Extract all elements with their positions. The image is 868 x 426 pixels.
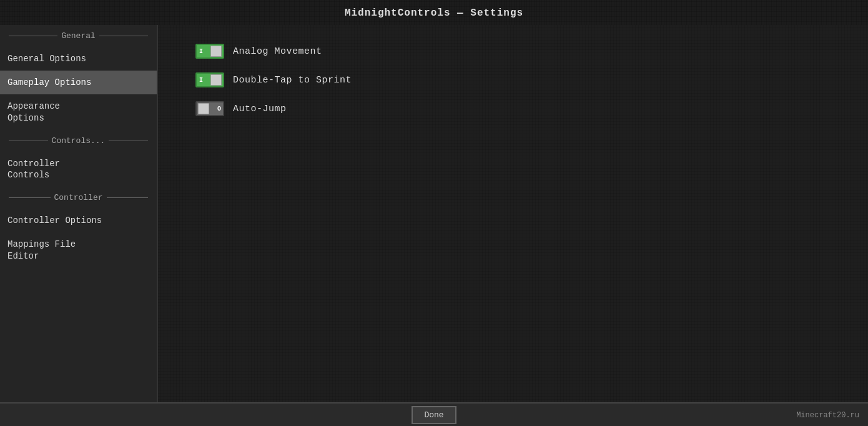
title-bar: MidnightControls — Settings <box>0 0 868 25</box>
sidebar-item-general-options[interactable]: General Options <box>0 47 157 71</box>
toggle-knob-auto-jump <box>198 103 209 114</box>
main-panel: I Analog Movement I Double-Tap to Sprint… <box>158 25 868 402</box>
sidebar-section-general: General <box>0 25 157 47</box>
toggle-label-double-tap-sprint: Double-Tap to Sprint <box>233 75 352 86</box>
toggle-row-double-tap-sprint: I Double-Tap to Sprint <box>195 72 831 87</box>
bottom-bar: Done <box>0 402 868 426</box>
toggle-row-auto-jump: O Auto-Jump <box>195 101 831 116</box>
watermark: Minecraft20.ru <box>796 411 859 420</box>
toggle-knob-analog-movement <box>210 46 222 57</box>
content-area: General General Options Gameplay Options… <box>0 25 868 402</box>
sidebar-item-appearance-options[interactable]: Appearance Options <box>0 94 157 129</box>
toggle-auto-jump[interactable]: O <box>195 101 224 116</box>
sidebar-section-controls: Controls... <box>0 130 157 152</box>
sidebar: General General Options Gameplay Options… <box>0 25 158 402</box>
toggle-on-indicator: I <box>199 48 203 55</box>
sidebar-item-controller-options[interactable]: Controller Options <box>0 209 157 232</box>
sidebar-section-controller: Controller <box>0 187 157 209</box>
toggle-analog-movement[interactable]: I <box>195 44 224 59</box>
window-title: MidnightControls — Settings <box>345 7 523 19</box>
sidebar-item-controller-controls[interactable]: Controller Controls <box>0 152 157 187</box>
toggle-label-auto-jump: Auto-Jump <box>233 104 287 114</box>
toggle-double-tap-sprint[interactable]: I <box>195 72 224 87</box>
done-button[interactable]: Done <box>412 406 456 424</box>
sidebar-item-gameplay-options[interactable]: Gameplay Options <box>0 71 157 94</box>
toggle-on-indicator-2: I <box>199 77 203 84</box>
toggle-label-analog-movement: Analog Movement <box>233 46 322 57</box>
sidebar-item-mappings-file-editor[interactable]: Mappings File Editor <box>0 232 157 267</box>
toggle-row-analog-movement: I Analog Movement <box>195 44 831 59</box>
toggle-off-indicator: O <box>217 106 221 112</box>
toggle-knob-double-tap-sprint <box>210 74 222 86</box>
